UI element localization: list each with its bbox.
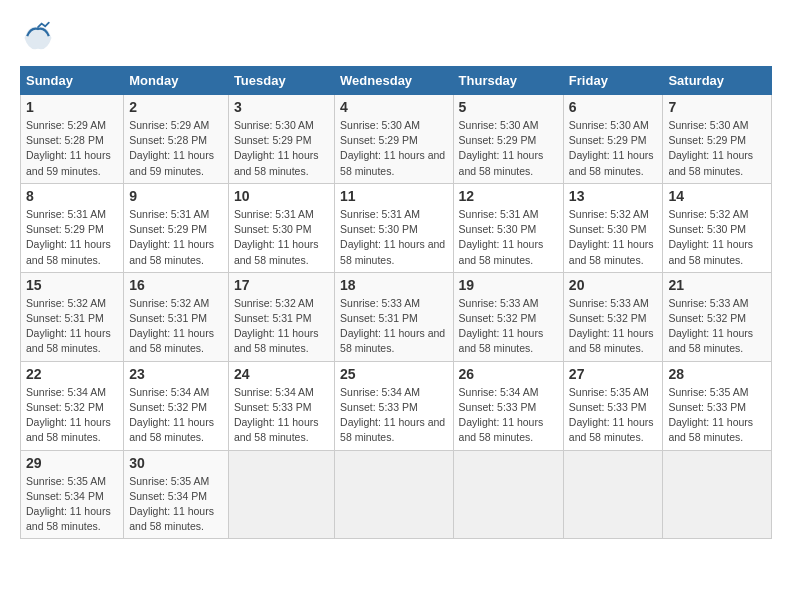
calendar-cell: 2 Sunrise: 5:29 AMSunset: 5:28 PMDayligh…: [124, 95, 229, 184]
day-detail: Sunrise: 5:34 AMSunset: 5:33 PMDaylight:…: [340, 385, 447, 446]
day-number: 27: [569, 366, 658, 382]
calendar-cell: 15 Sunrise: 5:32 AMSunset: 5:31 PMDaylig…: [21, 272, 124, 361]
day-number: 16: [129, 277, 223, 293]
day-detail: Sunrise: 5:31 AMSunset: 5:30 PMDaylight:…: [234, 207, 329, 268]
calendar-header: Sunday Monday Tuesday Wednesday Thursday…: [21, 67, 772, 95]
day-number: 18: [340, 277, 447, 293]
calendar-cell: 10 Sunrise: 5:31 AMSunset: 5:30 PMDaylig…: [228, 183, 334, 272]
day-detail: Sunrise: 5:31 AMSunset: 5:29 PMDaylight:…: [129, 207, 223, 268]
day-detail: Sunrise: 5:30 AMSunset: 5:29 PMDaylight:…: [668, 118, 766, 179]
day-number: 7: [668, 99, 766, 115]
day-number: 13: [569, 188, 658, 204]
calendar-cell: 11 Sunrise: 5:31 AMSunset: 5:30 PMDaylig…: [335, 183, 453, 272]
day-number: 15: [26, 277, 118, 293]
calendar-cell: 25 Sunrise: 5:34 AMSunset: 5:33 PMDaylig…: [335, 361, 453, 450]
day-detail: Sunrise: 5:35 AMSunset: 5:34 PMDaylight:…: [129, 474, 223, 535]
day-number: 24: [234, 366, 329, 382]
day-number: 29: [26, 455, 118, 471]
col-friday: Friday: [563, 67, 663, 95]
day-detail: Sunrise: 5:33 AMSunset: 5:32 PMDaylight:…: [569, 296, 658, 357]
day-number: 5: [459, 99, 558, 115]
day-detail: Sunrise: 5:35 AMSunset: 5:33 PMDaylight:…: [569, 385, 658, 446]
day-number: 25: [340, 366, 447, 382]
day-number: 14: [668, 188, 766, 204]
day-number: 3: [234, 99, 329, 115]
day-detail: Sunrise: 5:33 AMSunset: 5:32 PMDaylight:…: [668, 296, 766, 357]
day-detail: Sunrise: 5:32 AMSunset: 5:30 PMDaylight:…: [668, 207, 766, 268]
day-detail: Sunrise: 5:32 AMSunset: 5:31 PMDaylight:…: [234, 296, 329, 357]
day-number: 21: [668, 277, 766, 293]
day-detail: Sunrise: 5:35 AMSunset: 5:34 PMDaylight:…: [26, 474, 118, 535]
day-detail: Sunrise: 5:33 AMSunset: 5:32 PMDaylight:…: [459, 296, 558, 357]
day-detail: Sunrise: 5:34 AMSunset: 5:32 PMDaylight:…: [129, 385, 223, 446]
day-detail: Sunrise: 5:35 AMSunset: 5:33 PMDaylight:…: [668, 385, 766, 446]
col-sunday: Sunday: [21, 67, 124, 95]
day-number: 17: [234, 277, 329, 293]
calendar-week-4: 29 Sunrise: 5:35 AMSunset: 5:34 PMDaylig…: [21, 450, 772, 539]
calendar-cell: 18 Sunrise: 5:33 AMSunset: 5:31 PMDaylig…: [335, 272, 453, 361]
day-detail: Sunrise: 5:31 AMSunset: 5:30 PMDaylight:…: [340, 207, 447, 268]
calendar-cell: 16 Sunrise: 5:32 AMSunset: 5:31 PMDaylig…: [124, 272, 229, 361]
calendar-cell: 21 Sunrise: 5:33 AMSunset: 5:32 PMDaylig…: [663, 272, 772, 361]
col-thursday: Thursday: [453, 67, 563, 95]
calendar-cell: 14 Sunrise: 5:32 AMSunset: 5:30 PMDaylig…: [663, 183, 772, 272]
header-row: Sunday Monday Tuesday Wednesday Thursday…: [21, 67, 772, 95]
day-number: 20: [569, 277, 658, 293]
calendar-cell: 6 Sunrise: 5:30 AMSunset: 5:29 PMDayligh…: [563, 95, 663, 184]
day-number: 4: [340, 99, 447, 115]
calendar-cell: [228, 450, 334, 539]
calendar-cell: [335, 450, 453, 539]
page-header: [20, 20, 772, 56]
calendar-cell: 20 Sunrise: 5:33 AMSunset: 5:32 PMDaylig…: [563, 272, 663, 361]
day-detail: Sunrise: 5:34 AMSunset: 5:32 PMDaylight:…: [26, 385, 118, 446]
col-wednesday: Wednesday: [335, 67, 453, 95]
calendar-week-3: 22 Sunrise: 5:34 AMSunset: 5:32 PMDaylig…: [21, 361, 772, 450]
calendar-cell: 29 Sunrise: 5:35 AMSunset: 5:34 PMDaylig…: [21, 450, 124, 539]
calendar-cell: 24 Sunrise: 5:34 AMSunset: 5:33 PMDaylig…: [228, 361, 334, 450]
col-tuesday: Tuesday: [228, 67, 334, 95]
calendar-cell: 9 Sunrise: 5:31 AMSunset: 5:29 PMDayligh…: [124, 183, 229, 272]
day-number: 11: [340, 188, 447, 204]
day-number: 2: [129, 99, 223, 115]
calendar-cell: 13 Sunrise: 5:32 AMSunset: 5:30 PMDaylig…: [563, 183, 663, 272]
day-number: 26: [459, 366, 558, 382]
day-detail: Sunrise: 5:30 AMSunset: 5:29 PMDaylight:…: [234, 118, 329, 179]
col-saturday: Saturday: [663, 67, 772, 95]
day-number: 22: [26, 366, 118, 382]
logo-icon: [20, 20, 56, 56]
calendar-cell: 3 Sunrise: 5:30 AMSunset: 5:29 PMDayligh…: [228, 95, 334, 184]
day-detail: Sunrise: 5:33 AMSunset: 5:31 PMDaylight:…: [340, 296, 447, 357]
day-number: 10: [234, 188, 329, 204]
calendar-cell: 12 Sunrise: 5:31 AMSunset: 5:30 PMDaylig…: [453, 183, 563, 272]
day-detail: Sunrise: 5:31 AMSunset: 5:29 PMDaylight:…: [26, 207, 118, 268]
calendar-cell: 7 Sunrise: 5:30 AMSunset: 5:29 PMDayligh…: [663, 95, 772, 184]
day-detail: Sunrise: 5:30 AMSunset: 5:29 PMDaylight:…: [340, 118, 447, 179]
day-number: 8: [26, 188, 118, 204]
calendar-cell: 17 Sunrise: 5:32 AMSunset: 5:31 PMDaylig…: [228, 272, 334, 361]
day-detail: Sunrise: 5:32 AMSunset: 5:31 PMDaylight:…: [26, 296, 118, 357]
calendar-cell: 26 Sunrise: 5:34 AMSunset: 5:33 PMDaylig…: [453, 361, 563, 450]
calendar-cell: 1 Sunrise: 5:29 AMSunset: 5:28 PMDayligh…: [21, 95, 124, 184]
day-number: 12: [459, 188, 558, 204]
calendar-cell: 22 Sunrise: 5:34 AMSunset: 5:32 PMDaylig…: [21, 361, 124, 450]
day-detail: Sunrise: 5:32 AMSunset: 5:30 PMDaylight:…: [569, 207, 658, 268]
day-number: 1: [26, 99, 118, 115]
day-number: 6: [569, 99, 658, 115]
calendar-cell: 5 Sunrise: 5:30 AMSunset: 5:29 PMDayligh…: [453, 95, 563, 184]
day-number: 9: [129, 188, 223, 204]
calendar-cell: 27 Sunrise: 5:35 AMSunset: 5:33 PMDaylig…: [563, 361, 663, 450]
calendar-body: 1 Sunrise: 5:29 AMSunset: 5:28 PMDayligh…: [21, 95, 772, 539]
day-detail: Sunrise: 5:30 AMSunset: 5:29 PMDaylight:…: [459, 118, 558, 179]
day-detail: Sunrise: 5:31 AMSunset: 5:30 PMDaylight:…: [459, 207, 558, 268]
calendar-table: Sunday Monday Tuesday Wednesday Thursday…: [20, 66, 772, 539]
day-detail: Sunrise: 5:29 AMSunset: 5:28 PMDaylight:…: [129, 118, 223, 179]
day-number: 28: [668, 366, 766, 382]
day-number: 30: [129, 455, 223, 471]
day-number: 19: [459, 277, 558, 293]
calendar-cell: [563, 450, 663, 539]
calendar-cell: 4 Sunrise: 5:30 AMSunset: 5:29 PMDayligh…: [335, 95, 453, 184]
calendar-cell: [663, 450, 772, 539]
col-monday: Monday: [124, 67, 229, 95]
logo: [20, 20, 60, 56]
day-detail: Sunrise: 5:32 AMSunset: 5:31 PMDaylight:…: [129, 296, 223, 357]
